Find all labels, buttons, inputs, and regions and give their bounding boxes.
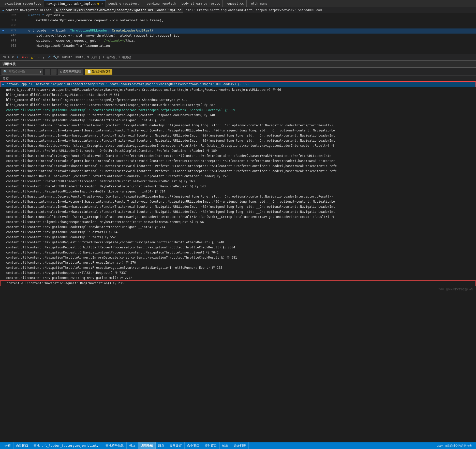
callstack-item-15[interactable]: content.dll!base::internal::InvokeHelper… xyxy=(0,158,476,163)
tab-nav-url-loader-label: navigation_u...ader_impl.cc xyxy=(47,2,96,6)
callstack-item-21-text: content.dll!content::NavigationURLLoader… xyxy=(6,189,165,194)
toolbar-actions[interactable]: 🔧▼ xyxy=(53,55,59,59)
callstack-item-38-text: content.dll!content::NavigationRequest::… xyxy=(6,276,132,280)
bottom-tab-immediate[interactable]: 即时窗口 xyxy=(202,442,220,449)
bottom-tab-module[interactable]: 模块 xyxy=(127,442,138,449)
callstack-item-3[interactable]: blink_common.dll!blink::ThrottlingURLLoa… xyxy=(0,97,476,102)
callstack-item-13[interactable]: content.dll!content::PrefetchURLLoaderIn… xyxy=(0,148,476,153)
warn-count: 0 xyxy=(34,55,35,59)
tab-request-cc[interactable]: request.cc xyxy=(223,0,246,7)
tab-fetch-mana[interactable]: fetch_mana xyxy=(247,0,270,7)
code-icon: 📄 xyxy=(87,70,91,73)
callstack-item-32[interactable]: content.dll!content::NavigationRequest::… xyxy=(0,245,476,250)
callstack-item-17[interactable]: content.dll!base::internal::Invoker<base… xyxy=(0,169,476,174)
status-bar: 78 % ▼ ⚬ ✖ 29 ▲ 0 ↑ ↓ ⎇ 🔧▼ Takuto Ikuta,… xyxy=(0,54,476,61)
callstack-item-25[interactable]: content.dll!base::internal::Invoker<base… xyxy=(0,209,476,214)
callstack-item-4-text: blink_common.dll!blink::ThrottlingURLLoa… xyxy=(6,103,215,107)
nav-back-button[interactable]: ← xyxy=(45,69,50,74)
tab-body-stream[interactable]: body_stream_buffer.cc xyxy=(179,0,223,7)
callstack-item-10[interactable]: content.dll!base::internal::Invoker<base… xyxy=(0,133,476,138)
callstack-item-30[interactable]: content.dll!content::NavigationURLLoader… xyxy=(0,235,476,240)
callstack-item-33-text: content.dll!content::NavigationRequest::… xyxy=(6,250,219,255)
bottom-tab-callstack[interactable]: 调用堆栈 xyxy=(138,442,156,449)
callstack-item-11[interactable]: content.dll!base::internal::Invoker<base… xyxy=(0,138,476,143)
callstack-item-14[interactable]: content.dll!base::internal::DecayedFunct… xyxy=(0,153,476,158)
view-all-threads-button[interactable]: ⊞ 查看所有线程 xyxy=(58,69,83,75)
tab-pending-receiver-label: pending_receiver.h xyxy=(108,2,141,5)
callstack-item-9[interactable]: content.dll!base::internal::InvokeHelper… xyxy=(0,128,476,133)
callstack-item-34[interactable]: content.dll!content::NavigationThrottleR… xyxy=(0,255,476,260)
callstack-item-35[interactable]: content.dll!content::NavigationThrottleR… xyxy=(0,260,476,265)
callstack-item-29-text: content.dll!content::NavigationURLLoader… xyxy=(6,230,119,234)
callstack-item-31[interactable]: content.dll!content::NavigationRequest::… xyxy=(0,240,476,245)
tab-nav-request[interactable]: navigation_request.cc xyxy=(0,0,44,7)
callstack-list[interactable]: → network_cpp.dll!network::mojom::URLLoa… xyxy=(0,81,476,386)
callstack-item-14-text: content.dll!base::internal::DecayedFunct… xyxy=(6,154,331,158)
callstack-item-0[interactable]: → network_cpp.dll!network::mojom::URLLoa… xyxy=(0,81,476,87)
zoom-level: 78 % xyxy=(2,55,9,59)
callstack-item-8[interactable]: content.dll!base::internal::DecayedFunct… xyxy=(0,123,476,128)
warn-icon: ▲ xyxy=(31,55,33,59)
code-line-907: 907 GetURLLoaderOptions(resource_request… xyxy=(0,18,476,23)
callstack-item-6[interactable]: content.dll!content::NavigationURLLoader… xyxy=(0,113,476,118)
search-input[interactable] xyxy=(8,70,39,73)
code-line-911: 911 options, resource_request_.get(), /*… xyxy=(0,39,476,44)
callstack-item-16[interactable]: content.dll!base::internal::Invoker<base… xyxy=(0,163,476,169)
callstack-item-7[interactable]: content.dll!content::NavigationURLLoader… xyxy=(0,118,476,123)
breadcrumb-bar: → content.NavigationURLLoad G:\chromium\… xyxy=(0,7,476,13)
callstack-item-21[interactable]: content.dll!content::NavigationURLLoader… xyxy=(0,189,476,194)
zoom-dropdown-icon[interactable]: ▼ xyxy=(12,55,14,59)
callstack-item-39-text: content.dll!content::NavigationRequest::… xyxy=(7,281,125,286)
callstack-item-4[interactable]: blink_common.dll!blink::ThrottlingURLLoa… xyxy=(0,102,476,108)
callstack-item-5[interactable]: → content.dll!content::NavigationURLLoad… xyxy=(0,108,476,113)
callstack-item-18-text: content.dll!base::OnceCallback<void (con… xyxy=(6,174,228,178)
callstack-item-37[interactable]: content.dll!content::NavigationRequest::… xyxy=(0,270,476,275)
show-external-code-button[interactable]: 📄 显示外部代码 xyxy=(85,69,112,75)
callstack-item-27[interactable]: content.dll!content::SignedExchangeReque… xyxy=(0,219,476,224)
callstack-toolbar: 🔍 ▼ ← → ⊞ 查看所有线程 📄 显示外部代码 xyxy=(0,68,476,76)
tab-nav-url-loader-impl[interactable]: navigation_u...ader_impl.cc ● ✕ xyxy=(44,0,106,7)
nav-arrows: ← → xyxy=(45,69,56,74)
bottom-tab-auto-diagram[interactable]: 自动图口 xyxy=(13,442,31,449)
callstack-item-18[interactable]: content.dll!base::OnceCallback<void (con… xyxy=(0,174,476,179)
callstack-item-38[interactable]: content.dll!content::NavigationRequest::… xyxy=(0,275,476,280)
tab-pending-receiver[interactable]: pending_receiver.h xyxy=(106,0,144,7)
bottom-tab-find-url[interactable]: 查找 url_loader_factory.mojom-blink.h xyxy=(31,442,103,449)
callstack-item-15-text: content.dll!base::internal::InvokeHelper… xyxy=(6,159,335,163)
grid-icon: ⊞ xyxy=(60,70,62,73)
code-line-910: 910 std::move(factory), std::move(thrott… xyxy=(0,34,476,39)
bottom-tab-error-list[interactable]: 错误列表 xyxy=(231,442,249,449)
tab-pending-remote[interactable]: pending_remote.h xyxy=(144,0,179,7)
callstack-item-12[interactable]: content.dll!base::OnceCallback<void (std… xyxy=(0,143,476,148)
callstack-item-23[interactable]: content.dll!base::internal::InvokeHelper… xyxy=(0,199,476,204)
search-box[interactable]: 🔍 ▼ xyxy=(2,69,43,75)
breadcrumb-arrow: → xyxy=(2,8,4,12)
warn-badge: ▲ 0 xyxy=(31,55,35,59)
nav-down-icon[interactable]: ↓ xyxy=(42,55,44,59)
callstack-item-19[interactable]: content.dll!content::PrefetchURLLoaderIn… xyxy=(0,179,476,184)
callstack-item-24[interactable]: content.dll!base::internal::Invoker<base… xyxy=(0,204,476,209)
callstack-item-26[interactable]: content.dll!base::OnceCallback<void (std… xyxy=(0,214,476,219)
callstack-item-20-text: content.dll!content::PrefetchURLLoaderIn… xyxy=(6,184,206,189)
bottom-tab-breakpoint[interactable]: 断点 xyxy=(156,442,167,449)
close-tab-icon[interactable]: ✕ xyxy=(101,2,103,5)
nav-up-icon[interactable]: ↑ xyxy=(38,55,40,59)
callstack-item-28[interactable]: content.dll!content::NavigationURLLoader… xyxy=(0,224,476,230)
callstack-item-29[interactable]: content.dll!content::NavigationURLLoader… xyxy=(0,230,476,235)
nav-forward-button[interactable]: → xyxy=(51,69,56,74)
callstack-item-2[interactable]: blink_common.dll!blink::ThrottlingURLLoa… xyxy=(0,92,476,97)
callstack-item-33[interactable]: content.dll!content::NavigationRequest::… xyxy=(0,250,476,255)
bottom-tab-command[interactable]: 命令窗口 xyxy=(185,442,202,449)
bottom-tab-find-symbol[interactable]: 查找符号结果 xyxy=(103,442,127,449)
tab-bar: navigation_request.cc navigation_u...ade… xyxy=(0,0,476,7)
search-dropdown-icon[interactable]: ▼ xyxy=(40,70,41,73)
callstack-item-5-text: content.dll!content::NavigationURLLoader… xyxy=(6,108,235,112)
callstack-item-36[interactable]: content.dll!content::NavigationThrottleR… xyxy=(0,265,476,270)
callstack-item-39[interactable]: content.dll!content::NavigationRequest::… xyxy=(0,280,476,286)
callstack-item-22[interactable]: content.dll!base::internal::DecayedFunct… xyxy=(0,194,476,199)
callstack-item-1[interactable]: network_cpp.dll!network::WrapperSharedUR… xyxy=(0,87,476,92)
callstack-item-20[interactable]: content.dll!content::PrefetchURLLoaderIn… xyxy=(0,184,476,189)
bottom-tab-exception[interactable]: 异常设置 xyxy=(167,442,185,449)
bottom-tab-output[interactable]: 输出 xyxy=(220,442,231,449)
bottom-tab-process[interactable]: 进程 xyxy=(2,442,13,449)
